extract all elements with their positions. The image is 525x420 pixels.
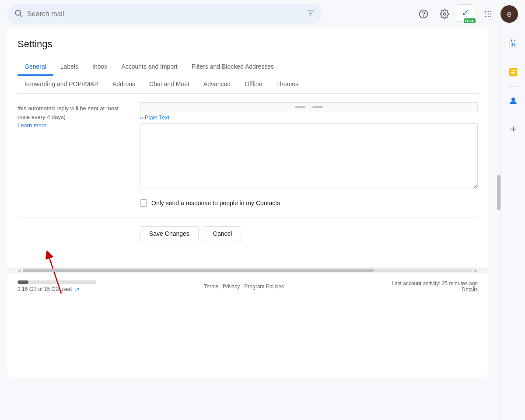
search-bar[interactable] [7,4,322,24]
storage-text: 2.16 GB of 15 GB used ↗ [18,286,96,293]
tab-forwarding[interactable]: Forwarding and POP/IMAP [18,76,105,93]
tab-general[interactable]: General [18,59,53,76]
svg-point-7 [443,13,446,15]
topbar: ✓ FREE e [0,0,525,28]
svg-point-16 [490,16,492,18]
learn-more-link[interactable]: Learn more [18,122,46,129]
calendar-sidebar-btn[interactable]: 31 [504,35,522,52]
cancel-button[interactable]: Cancel [204,226,242,241]
svg-point-9 [488,11,489,12]
tab-addons[interactable]: Add-ons [105,76,142,93]
search-input[interactable] [27,10,302,18]
settings-body: this automated reply will be sent at mos… [18,94,478,214]
avatar[interactable]: e [500,5,518,23]
toolbar-placeholder [140,102,478,112]
tab-chat-meet[interactable]: Chat and Meet [142,76,196,93]
storage-section: 2.16 GB of 15 GB used ↗ [18,280,96,293]
svg-point-14 [485,16,486,18]
save-changes-button[interactable]: Save Changes [140,226,199,241]
svg-point-12 [488,14,489,15]
horizontal-scrollbar[interactable]: ◀ ▶ [7,267,488,273]
plain-text-link[interactable]: Plain Text [140,114,169,121]
settings-label-col: this automated reply will be sent at mos… [18,101,140,214]
tab-labels[interactable]: Labels [53,59,85,76]
contacts-only-label: Only send a response to people in my Con… [151,200,280,206]
storage-bar-bg [18,280,96,284]
settings-title: Settings [18,38,478,50]
svg-text:31: 31 [511,43,515,47]
svg-line-1 [20,14,22,17]
tasks-sidebar-btn[interactable] [504,63,522,81]
sidebar-divider-3 [508,115,518,115]
external-link-icon[interactable]: ↗ [74,286,80,293]
contacts-sidebar-btn[interactable] [504,92,522,109]
svg-point-10 [490,11,492,12]
footer-links: Terms · Privacy · Program Policies [96,284,392,290]
svg-point-11 [485,14,486,15]
toolbar-dash-2 [312,106,323,108]
svg-point-28 [511,98,515,101]
details-link[interactable]: Details [392,287,478,293]
storage-bar-fill [18,280,28,284]
tab-accounts-import[interactable]: Accounts and Import [114,59,184,76]
save-row: Save Changes Cancel [18,217,478,250]
tabs-row2: Forwarding and POP/IMAP Add-ons Chat and… [18,76,478,94]
settings-value-col: Plain Text Only send a response to peopl… [140,101,478,214]
apps-button[interactable] [480,5,497,23]
toolbar-dash-1 [295,106,305,108]
topbar-right: ✓ FREE e [415,4,518,24]
last-activity: Last account activity: 25 minutes ago De… [392,280,478,293]
contacts-only-checkbox[interactable] [140,200,147,206]
sidebar-divider-2 [508,86,518,87]
reply-textarea[interactable] [140,123,478,189]
help-button[interactable] [415,5,432,23]
vertical-scrollbar[interactable] [497,175,500,210]
filter-icon[interactable] [306,9,315,19]
svg-point-0 [15,10,21,15]
tab-inbox[interactable]: Inbox [85,59,114,76]
sidebar-divider-1 [508,58,518,58]
tab-filters[interactable]: Filters and Blocked Addresses [185,59,281,76]
settings-panel: Settings General Labels Inbox Accounts a… [7,28,488,378]
tab-offline[interactable]: Offline [238,76,269,93]
tab-advanced[interactable]: Advanced [196,76,238,93]
checkerplus-icon[interactable]: ✓ FREE [457,4,476,24]
svg-point-8 [485,11,486,12]
tabs-row1: General Labels Inbox Accounts and Import… [18,59,478,76]
footer: 2.16 GB of 15 GB used ↗ Terms · Privacy … [7,273,488,300]
checkbox-row: Only send a response to people in my Con… [140,200,478,206]
svg-point-15 [488,16,489,18]
svg-point-13 [490,14,492,15]
privacy-link[interactable]: Privacy [223,284,240,290]
search-icon [14,9,23,20]
label-text: this automated reply will be sent at mos… [18,104,130,121]
free-badge: FREE [464,18,476,23]
program-policies-link[interactable]: Program Policies [244,284,284,290]
add-sidebar-btn[interactable] [504,120,522,138]
tab-themes[interactable]: Themes [269,76,305,93]
right-sidebar: 31 [500,28,525,420]
settings-button[interactable] [436,5,453,23]
terms-link[interactable]: Terms [204,284,218,290]
